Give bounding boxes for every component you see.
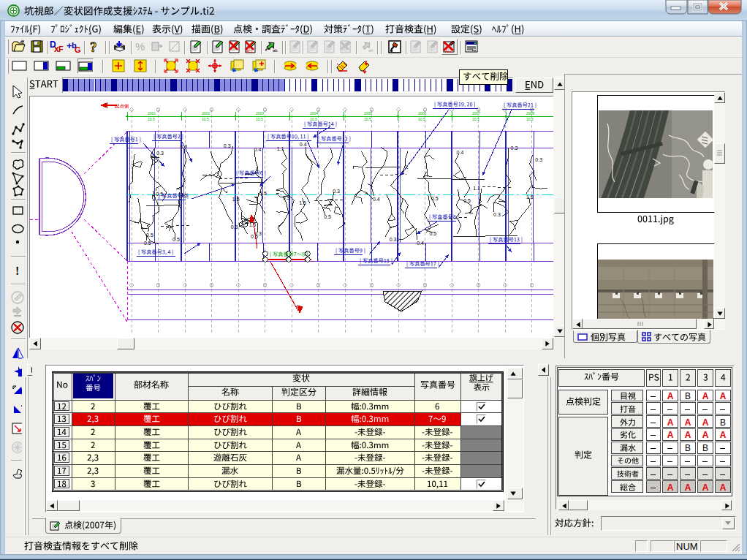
svg-text:0.5: 0.5 [146,232,153,238]
svg-text:1.5: 1.5 [232,197,240,202]
svg-text:%: % [135,40,145,53]
svg-text:0.3: 0.3 [156,151,164,156]
svg-text:0.4: 0.4 [417,241,424,246]
svg-text:ab: ab [368,48,374,53]
svg-text:F: F [58,45,64,53]
svg-text:ALL: ALL [246,49,254,53]
svg-text:2004: 2004 [310,111,318,116]
svg-text:1.1: 1.1 [277,146,284,151]
svg-text:0.3: 0.3 [181,144,188,149]
svg-text:1.5: 1.5 [299,200,306,205]
svg-text:10.5: 10.5 [256,117,263,121]
svg-text:10.5: 10.5 [148,117,155,121]
svg-text:10.5: 10.5 [202,117,209,121]
svg-text:10.5: 10.5 [364,117,371,121]
svg-text:0.4: 0.4 [373,197,380,202]
svg-text:?: ? [90,39,97,54]
svg-text:2001: 2001 [148,111,156,116]
svg-text:0.3: 0.3 [224,143,231,148]
svg-text:2007: 2007 [472,111,480,116]
svg-text:0.5: 0.5 [431,196,439,201]
svg-text:0.3: 0.3 [231,224,238,230]
svg-text:2006: 2006 [418,111,426,116]
svg-text:0.5: 0.5 [429,231,436,236]
svg-text:ALL: ALL [445,49,453,53]
svg-text:0.4: 0.4 [254,147,262,152]
svg-text:0.3: 0.3 [390,237,397,242]
svg-text:10.5: 10.5 [472,117,479,121]
svg-text:10.5: 10.5 [418,117,425,121]
svg-text:0.5: 0.5 [144,241,151,246]
svg-text:2008: 2008 [526,111,534,116]
svg-text:0.3: 0.3 [535,157,542,162]
svg-text:1.5: 1.5 [526,194,534,200]
svg-text:0.4: 0.4 [457,150,464,155]
svg-text:2002: 2002 [202,111,210,116]
svg-text:ab: ab [273,48,278,53]
svg-text:0.3: 0.3 [493,212,501,217]
svg-text:G: G [75,45,81,54]
svg-text:0.5: 0.5 [172,237,180,242]
svg-text:!: ! [15,265,19,277]
svg-text:1.5: 1.5 [259,191,267,196]
svg-text:0.3: 0.3 [511,145,518,151]
svg-text:0.5: 0.5 [324,214,331,219]
svg-text:2005: 2005 [364,111,372,116]
svg-text:0.4: 0.4 [300,142,307,147]
svg-text:2003: 2003 [256,111,264,116]
svg-text:10.5: 10.5 [526,117,534,121]
svg-text:0.3: 0.3 [283,195,290,200]
svg-text:1.1: 1.1 [473,186,480,191]
svg-text:0.3: 0.3 [333,189,340,194]
